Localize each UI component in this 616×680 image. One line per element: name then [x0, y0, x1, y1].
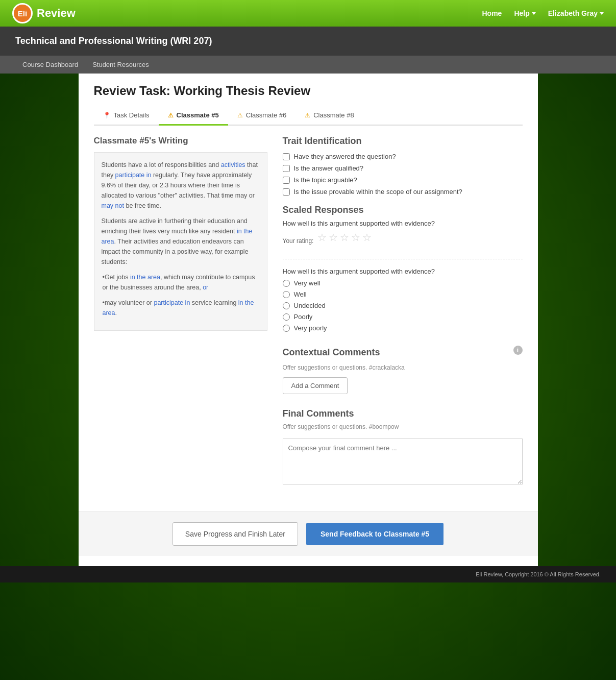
radio-undecided[interactable] — [283, 302, 290, 309]
contextual-section-title: Contextual Comments — [283, 347, 380, 358]
contextual-comments-header: Contextual Comments i — [283, 338, 523, 362]
radio-option-list: Very well Well Undecided Poorly — [283, 279, 523, 332]
writing-para-1: Students have a lot of responsibilities … — [102, 160, 260, 211]
star-5[interactable]: ☆ — [362, 231, 372, 244]
trait-item-3: Is the topic arguable? — [283, 176, 523, 184]
radio-poorly[interactable] — [283, 313, 290, 321]
trait-checkbox-list: Have they answered the question? Is the … — [283, 153, 523, 196]
final-comments-section: Final Comments Offer suggestions or ques… — [283, 408, 523, 486]
col-writing: Classmate #5's Writing Students have a l… — [94, 136, 267, 486]
radio-item-poorly: Poorly — [283, 313, 523, 321]
trait-checkbox-1[interactable] — [283, 153, 290, 160]
tabs-bar: 📍 Task Details ⚠ Classmate #5 ⚠ Classmat… — [94, 106, 523, 126]
trait-checkbox-4[interactable] — [283, 188, 290, 196]
nav-home[interactable]: Home — [482, 9, 502, 17]
pin-icon: 📍 — [103, 112, 111, 119]
subnav-student-resources[interactable]: Student Resources — [85, 56, 156, 74]
final-comments-title: Final Comments — [283, 408, 523, 419]
trait-item-2: Is the answer qualified? — [283, 164, 523, 172]
main-wrapper: Review Task: Working Thesis Review 📍 Tas… — [79, 74, 538, 566]
warn-icon-5: ⚠ — [168, 112, 174, 119]
nav-links: Home Help Elizabeth Gray — [482, 9, 604, 17]
page-title: Review Task: Working Thesis Review — [94, 84, 523, 98]
star-3[interactable]: ☆ — [340, 231, 349, 244]
writing-para-2: Students are active in furthering their … — [102, 216, 260, 267]
add-comment-button[interactable]: Add a Comment — [283, 377, 348, 394]
tab-classmate-5[interactable]: ⚠ Classmate #5 — [159, 106, 228, 126]
trait-section-title: Trait Identification — [283, 136, 523, 147]
radio-very-poorly[interactable] — [283, 325, 290, 332]
tab-classmate-8[interactable]: ⚠ Classmate #8 — [295, 106, 363, 126]
logo-text: Review — [37, 7, 76, 20]
course-header: Technical and Professional Writing (WRI … — [0, 27, 616, 56]
trait-item-1: Have they answered the question? — [283, 153, 523, 160]
logo-area: Eli Review — [12, 3, 76, 23]
radio-question: How well is this argument supported with… — [283, 268, 523, 275]
subnav-course-dashboard[interactable]: Course Dashboard — [15, 56, 85, 74]
bottom-bar: Save Progress and Finish Later Send Feed… — [79, 512, 538, 556]
writing-content: Students have a lot of responsibilities … — [94, 152, 267, 331]
footer-text: Eli Review, Copyright 2016 © All Rights … — [476, 571, 601, 577]
col-review: Trait Identification Have they answered … — [283, 136, 523, 486]
save-progress-button[interactable]: Save Progress and Finish Later — [173, 522, 298, 546]
tab-task-details[interactable]: 📍 Task Details — [94, 106, 159, 126]
page-content: Review Task: Working Thesis Review 📍 Tas… — [79, 74, 538, 496]
trait-checkbox-3[interactable] — [283, 177, 290, 184]
section-divider-1 — [283, 259, 523, 259]
tab-classmate-6[interactable]: ⚠ Classmate #6 — [228, 106, 295, 126]
star-2[interactable]: ☆ — [329, 231, 338, 244]
scaled-section-title: Scaled Responses — [283, 205, 523, 215]
radio-item-undecided: Undecided — [283, 302, 523, 309]
star-4[interactable]: ☆ — [351, 231, 360, 244]
writing-section-title: Classmate #5's Writing — [94, 136, 267, 146]
radio-item-very-poorly: Very poorly — [283, 324, 523, 332]
help-chevron-icon — [532, 12, 536, 15]
final-comments-hint: Offer suggestions or questions. #boompow — [283, 423, 523, 430]
star-1[interactable]: ☆ — [317, 231, 327, 244]
send-feedback-button[interactable]: Send Feedback to Classmate #5 — [306, 523, 443, 545]
course-subnav: Course Dashboard Student Resources — [0, 56, 616, 74]
star-rating-widget[interactable]: ☆ ☆ ☆ ☆ ☆ — [317, 231, 372, 244]
two-col-layout: Classmate #5's Writing Students have a l… — [94, 136, 523, 486]
radio-very-well[interactable] — [283, 280, 290, 287]
eli-logo: Eli — [12, 3, 33, 23]
writing-bullet-1: •Get jobs in the area, which may contrib… — [103, 272, 260, 293]
final-comments-textarea[interactable] — [283, 439, 523, 484]
top-nav: Eli Review Home Help Elizabeth Gray — [0, 0, 616, 27]
contextual-hint: Offer suggestions or questions. #crackal… — [283, 364, 523, 371]
radio-item-very-well: Very well — [283, 279, 523, 287]
writing-bullet-2: •may volunteer or participate in service… — [103, 298, 260, 318]
trait-item-4: Is the issue provable within the scope o… — [283, 188, 523, 196]
warn-icon-8: ⚠ — [305, 112, 310, 119]
warn-icon-6: ⚠ — [237, 112, 243, 119]
trait-checkbox-2[interactable] — [283, 165, 290, 172]
site-footer: Eli Review, Copyright 2016 © All Rights … — [0, 566, 616, 582]
nav-user-dropdown[interactable]: Elizabeth Gray — [548, 9, 604, 17]
nav-help-dropdown[interactable]: Help — [514, 9, 535, 17]
user-chevron-icon — [600, 12, 604, 15]
star-rating-label: Your rating: — [283, 237, 314, 245]
radio-item-well: Well — [283, 290, 523, 298]
course-title: Technical and Professional Writing (WRI … — [15, 36, 601, 46]
info-icon[interactable]: i — [513, 346, 523, 355]
radio-well[interactable] — [283, 291, 290, 298]
star-question: How well is this argument supported with… — [283, 220, 523, 227]
